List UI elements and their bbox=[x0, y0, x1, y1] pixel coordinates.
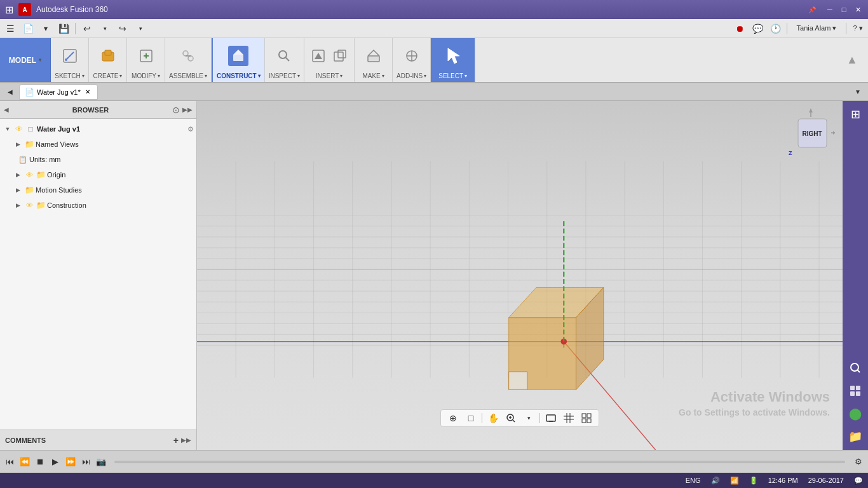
eye-toggle-origin[interactable]: 👁 bbox=[24, 170, 34, 180]
tree-motion-studies[interactable]: ▶ 📁 Motion Studies bbox=[0, 182, 196, 198]
timeline-play[interactable]: ▶ bbox=[48, 455, 62, 469]
vp-layout-button[interactable] bbox=[578, 411, 595, 425]
assemble-button[interactable] bbox=[178, 46, 198, 66]
tab-expand-button[interactable]: ▼ bbox=[850, 85, 865, 100]
vp-sep-1 bbox=[482, 413, 482, 423]
timeline-skip-start[interactable]: ⏮ bbox=[3, 455, 17, 469]
ribbon-modify-section[interactable]: MODIFY ▾ bbox=[127, 38, 165, 82]
search-taskbar-icon[interactable] bbox=[844, 357, 866, 379]
timeline-stop[interactable]: ⏹ bbox=[33, 455, 47, 469]
tab-back-button[interactable]: ◀ bbox=[3, 85, 18, 100]
origin-expand[interactable]: ▶ bbox=[13, 170, 23, 180]
notification-icon[interactable]: 💬 bbox=[854, 477, 863, 485]
tab-water-jug[interactable]: 📄 Water Jug v1* ✕ bbox=[19, 85, 98, 100]
vp-grid-button[interactable] bbox=[560, 411, 577, 425]
chrome-icon[interactable]: ⬤ bbox=[844, 403, 866, 424]
construction-expand[interactable]: ▶ bbox=[13, 200, 23, 210]
user-menu-button[interactable]: Tania Alam ▾ bbox=[791, 21, 842, 36]
app-menu-button[interactable]: ☰ bbox=[3, 21, 18, 36]
date-display: 29-06-2017 bbox=[808, 477, 844, 484]
vp-pan-button[interactable]: ✋ bbox=[485, 411, 501, 425]
notifications-button[interactable]: 🕐 bbox=[768, 21, 783, 36]
task-view-icon[interactable] bbox=[844, 380, 866, 402]
tab-close-button[interactable]: ✕ bbox=[83, 88, 92, 97]
timeline-prev[interactable]: ⏪ bbox=[18, 455, 32, 469]
ribbon-addins-section[interactable]: ADD-INS ▾ bbox=[393, 38, 431, 82]
viewport[interactable]: Activate Windows Go to Settings to activ… bbox=[197, 101, 843, 450]
undo-button[interactable]: ↩ bbox=[79, 21, 95, 36]
sketch-label: SKETCH ▾ bbox=[55, 71, 85, 79]
model-tab[interactable]: MODEL ▾ bbox=[0, 38, 51, 82]
sketch-button[interactable] bbox=[60, 46, 80, 66]
insert-button[interactable] bbox=[308, 46, 329, 66]
tree-root-item[interactable]: ▼ 👁 □ Water Jug v1 ⚙ bbox=[0, 121, 196, 137]
make-label: MAKE ▾ bbox=[362, 71, 384, 79]
record-button[interactable]: ⏺ bbox=[732, 21, 747, 36]
close-button[interactable]: ✕ bbox=[853, 4, 863, 15]
vp-zoom-button[interactable] bbox=[503, 411, 519, 425]
vp-display-button[interactable] bbox=[543, 411, 559, 425]
redo-dropdown[interactable]: ▾ bbox=[133, 21, 148, 36]
ribbon-create-section[interactable]: CREATE ▾ bbox=[89, 38, 127, 82]
tree-construction[interactable]: ▶ 👁 📁 Construction bbox=[0, 198, 196, 213]
ribbon-construct-section[interactable]: CONSTRUCT ▾ bbox=[212, 38, 265, 82]
ribbon-make-section[interactable]: MAKE ▾ bbox=[355, 38, 393, 82]
browser-collapse-button[interactable]: ▶▶ bbox=[182, 106, 193, 113]
timeline-track[interactable] bbox=[114, 461, 845, 463]
insert-2-button[interactable] bbox=[330, 46, 350, 66]
tree-origin[interactable]: ▶ 👁 📁 Origin bbox=[0, 167, 196, 182]
make-button[interactable] bbox=[363, 46, 384, 66]
root-expand-icon[interactable]: ▼ bbox=[3, 124, 13, 134]
timeline-skip-end[interactable]: ⏭ bbox=[79, 455, 93, 469]
construct-button[interactable] bbox=[228, 46, 248, 66]
svg-line-14 bbox=[286, 58, 290, 62]
undo-dropdown[interactable]: ▾ bbox=[97, 21, 112, 36]
maximize-button[interactable]: □ bbox=[839, 4, 849, 15]
comments-expand-button[interactable]: ▶▶ bbox=[181, 437, 191, 444]
view-cube[interactable]: Y Z RIGHT bbox=[785, 107, 836, 158]
help-button[interactable]: ? ▾ bbox=[850, 21, 865, 36]
browser-filter-button[interactable]: ⊙ bbox=[172, 105, 180, 115]
inspect-button[interactable] bbox=[274, 46, 294, 66]
vp-zoom-dropdown[interactable]: ▾ bbox=[520, 411, 537, 425]
windows-start-icon[interactable]: ⊞ bbox=[844, 104, 866, 125]
ribbon-select-section[interactable]: SELECT ▾ bbox=[431, 38, 475, 82]
ribbon-sketch-section[interactable]: SKETCH ▾ bbox=[51, 38, 89, 82]
jobs-button[interactable]: 💬 bbox=[750, 21, 765, 36]
tree-named-views[interactable]: ▶ 📁 Named Views bbox=[0, 137, 196, 152]
app-logo-icon: A bbox=[18, 3, 31, 16]
ribbon: MODEL ▾ SKETCH ▾ CREATE bbox=[0, 38, 868, 83]
eye-toggle-construction[interactable]: 👁 bbox=[24, 200, 34, 210]
root-settings-icon[interactable]: ⚙ bbox=[187, 125, 194, 133]
eye-toggle-root[interactable]: 👁 bbox=[14, 124, 24, 134]
minimize-button[interactable]: ─ bbox=[825, 4, 835, 15]
add-comment-button[interactable]: + bbox=[173, 435, 179, 445]
toolbar-area: ☰ 📄 ▾ 💾 ↩ ▾ ↪ ▾ ⏺ 💬 🕐 Tania Alam ▾ ? ▾ M… bbox=[0, 19, 868, 83]
save-button[interactable]: 💾 bbox=[56, 21, 71, 36]
new-file-button[interactable]: 📄 bbox=[20, 21, 36, 36]
addins-button[interactable] bbox=[402, 46, 422, 66]
ribbon-insert-section[interactable]: INSERT ▾ bbox=[304, 38, 355, 82]
vp-move-button[interactable]: ⊕ bbox=[445, 411, 461, 425]
ribbon-inspect-section[interactable]: INSPECT ▾ bbox=[265, 38, 304, 82]
modify-button[interactable] bbox=[136, 46, 156, 66]
timeline-next[interactable]: ⏩ bbox=[64, 455, 78, 469]
svg-marker-12 bbox=[233, 50, 243, 55]
browser-back-button[interactable]: ◀ bbox=[4, 106, 9, 113]
file-explorer-icon[interactable]: 📁 bbox=[844, 426, 866, 447]
ribbon-assemble-section[interactable]: ASSEMBLE ▾ bbox=[165, 38, 212, 82]
motion-studies-expand[interactable]: ▶ bbox=[13, 185, 23, 195]
insert-label: INSERT ▾ bbox=[316, 71, 343, 79]
sketch-chevron: ▾ bbox=[82, 73, 85, 79]
select-button[interactable] bbox=[443, 46, 463, 66]
timeline-settings[interactable]: ⚙ bbox=[851, 455, 865, 469]
open-file-button[interactable]: ▾ bbox=[38, 21, 53, 36]
named-views-expand[interactable]: ▶ bbox=[13, 139, 23, 149]
svg-rect-11 bbox=[233, 55, 243, 61]
create-button[interactable] bbox=[98, 46, 118, 66]
timeline-camera[interactable]: 📷 bbox=[94, 455, 108, 469]
redo-button[interactable]: ↪ bbox=[115, 21, 130, 36]
tree-units[interactable]: 📋 Units: mm bbox=[0, 152, 196, 167]
vp-snap-button[interactable]: □ bbox=[463, 411, 479, 425]
origin-label: Origin bbox=[47, 171, 194, 179]
